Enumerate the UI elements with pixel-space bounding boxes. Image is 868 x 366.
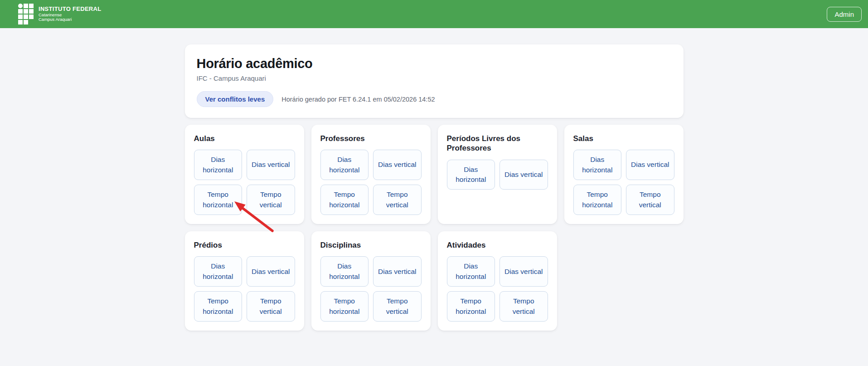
button-label: Tempo horizontal [203, 190, 233, 210]
card-title: Disciplinas [320, 240, 422, 250]
card-professores: Professores Dias horizontal Dias vertica… [311, 125, 431, 224]
sections-grid: Aulas Dias horizontal Dias vertical Temp… [185, 125, 684, 331]
button-label: Dias horizontal [203, 155, 233, 175]
button-label: Dias vertical [252, 160, 290, 170]
button-label: Dias vertical [631, 160, 669, 170]
predios-dias-vertical-button[interactable]: Dias vertical [247, 256, 295, 287]
brand-campus: Campus Araquari [39, 17, 101, 22]
card-title: Períodos Livres dos Professores [447, 134, 548, 153]
button-label: Dias horizontal [329, 261, 359, 282]
salas-dias-horizontal-button[interactable]: Dias horizontal [573, 150, 622, 180]
app-header: INSTITUTO FEDERAL Catarinense Campus Ara… [0, 0, 868, 28]
button-label: Dias vertical [378, 160, 416, 170]
professores-tempo-horizontal-button[interactable]: Tempo horizontal [320, 185, 369, 215]
page-subtitle: IFC - Campus Araquari [197, 74, 672, 82]
brand-text: INSTITUTO FEDERAL Catarinense Campus Ara… [39, 6, 101, 23]
aulas-tempo-vertical-button[interactable]: Tempo vertical [247, 185, 295, 215]
button-label: Dias horizontal [203, 261, 233, 282]
button-label: Dias vertical [378, 267, 416, 277]
button-label: Tempo vertical [260, 190, 282, 210]
card-atividades: Atividades Dias horizontal Dias vertical… [438, 231, 557, 331]
card-title: Salas [573, 134, 674, 143]
aulas-tempo-horizontal-button[interactable]: Tempo horizontal [194, 185, 242, 215]
button-label: Tempo horizontal [582, 190, 612, 210]
main-content: Horário acadêmico IFC - Campus Araquari … [185, 44, 684, 331]
button-label: Tempo vertical [386, 296, 408, 317]
card-periodos-livres: Períodos Livres dos Professores Dias hor… [438, 125, 557, 224]
button-label: Tempo vertical [386, 190, 408, 210]
aulas-dias-vertical-button[interactable]: Dias vertical [247, 150, 295, 180]
button-label: Dias vertical [252, 267, 290, 277]
professores-dias-vertical-button[interactable]: Dias vertical [373, 150, 422, 180]
button-label: Dias horizontal [456, 165, 486, 185]
atividades-dias-horizontal-button[interactable]: Dias horizontal [447, 256, 495, 287]
card-title: Aulas [194, 134, 295, 143]
atividades-tempo-vertical-button[interactable]: Tempo vertical [499, 291, 548, 322]
disciplinas-tempo-vertical-button[interactable]: Tempo vertical [373, 291, 422, 322]
brand-name: INSTITUTO FEDERAL [39, 6, 101, 13]
button-label: Dias horizontal [456, 261, 486, 282]
periodos-livres-dias-horizontal-button[interactable]: Dias horizontal [447, 160, 495, 190]
atividades-dias-vertical-button[interactable]: Dias vertical [499, 256, 548, 287]
predios-tempo-horizontal-button[interactable]: Tempo horizontal [194, 291, 242, 322]
aulas-dias-horizontal-button[interactable]: Dias horizontal [194, 150, 242, 180]
generated-info-text: Horário gerado por FET 6.24.1 em 05/02/2… [281, 96, 435, 103]
button-label: Tempo horizontal [203, 296, 233, 317]
card-title: Prédios [194, 240, 295, 250]
page-title: Horário acadêmico [197, 56, 672, 71]
button-label: Tempo horizontal [329, 190, 359, 210]
brand-logo: INSTITUTO FEDERAL Catarinense Campus Ara… [18, 4, 101, 24]
card-disciplinas: Disciplinas Dias horizontal Dias vertica… [311, 231, 431, 331]
professores-dias-horizontal-button[interactable]: Dias horizontal [320, 150, 369, 180]
salas-tempo-vertical-button[interactable]: Tempo vertical [626, 185, 674, 215]
button-label: Tempo vertical [260, 296, 282, 317]
predios-dias-horizontal-button[interactable]: Dias horizontal [194, 256, 242, 287]
salas-tempo-horizontal-button[interactable]: Tempo horizontal [573, 185, 622, 215]
button-label: Dias horizontal [329, 155, 359, 175]
admin-button[interactable]: Admin [827, 7, 862, 22]
button-label: Dias horizontal [582, 155, 612, 175]
instituto-federal-logo-icon [18, 4, 34, 24]
button-label: Tempo horizontal [456, 296, 486, 317]
disciplinas-dias-vertical-button[interactable]: Dias vertical [373, 256, 422, 287]
card-aulas: Aulas Dias horizontal Dias vertical Temp… [185, 125, 304, 224]
card-predios: Prédios Dias horizontal Dias vertical Te… [185, 231, 304, 331]
hero-card: Horário acadêmico IFC - Campus Araquari … [185, 44, 684, 118]
button-label: Tempo vertical [639, 190, 661, 210]
disciplinas-dias-horizontal-button[interactable]: Dias horizontal [320, 256, 369, 287]
button-label: Tempo vertical [513, 296, 535, 317]
button-label: Dias vertical [504, 170, 543, 180]
button-label: Dias vertical [504, 267, 543, 277]
professores-tempo-vertical-button[interactable]: Tempo vertical [373, 185, 422, 215]
salas-dias-vertical-button[interactable]: Dias vertical [626, 150, 674, 180]
disciplinas-tempo-horizontal-button[interactable]: Tempo horizontal [320, 291, 369, 322]
predios-tempo-vertical-button[interactable]: Tempo vertical [247, 291, 295, 322]
view-light-conflicts-button[interactable]: Ver conflitos leves [197, 91, 274, 107]
card-salas: Salas Dias horizontal Dias vertical Temp… [564, 125, 684, 224]
card-title: Atividades [447, 240, 548, 250]
atividades-tempo-horizontal-button[interactable]: Tempo horizontal [447, 291, 495, 322]
periodos-livres-dias-vertical-button[interactable]: Dias vertical [499, 160, 548, 190]
card-title: Professores [320, 134, 422, 143]
button-label: Tempo horizontal [329, 296, 359, 317]
